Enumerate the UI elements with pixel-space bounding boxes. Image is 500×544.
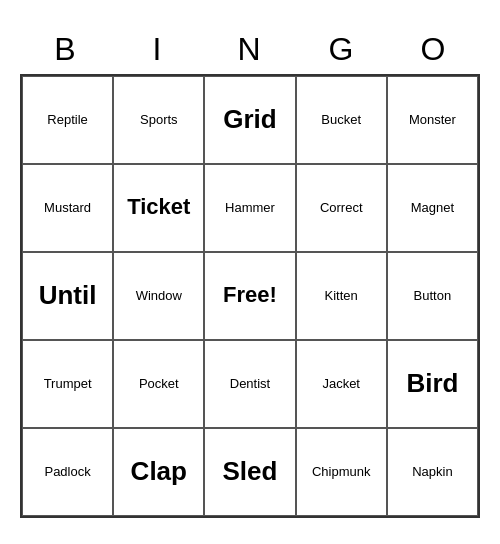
cell-r1-c2: Hammer xyxy=(204,164,295,252)
cell-r3-c3: Jacket xyxy=(296,340,387,428)
bingo-card: BINGO ReptileSportsGridBucketMonsterMust… xyxy=(10,17,490,528)
header-letter-O: O xyxy=(388,27,480,72)
header-letter-N: N xyxy=(204,27,296,72)
cell-r1-c4: Magnet xyxy=(387,164,478,252)
cell-r3-c0: Trumpet xyxy=(22,340,113,428)
cell-r4-c2: Sled xyxy=(204,428,295,516)
cell-r4-c1: Clap xyxy=(113,428,204,516)
header-letter-B: B xyxy=(20,27,112,72)
cell-r0-c0: Reptile xyxy=(22,76,113,164)
cell-r2-c1: Window xyxy=(113,252,204,340)
cell-r2-c4: Button xyxy=(387,252,478,340)
cell-r0-c1: Sports xyxy=(113,76,204,164)
bingo-grid: ReptileSportsGridBucketMonsterMustardTic… xyxy=(20,74,480,518)
cell-r4-c3: Chipmunk xyxy=(296,428,387,516)
cell-r4-c0: Padlock xyxy=(22,428,113,516)
cell-r1-c3: Correct xyxy=(296,164,387,252)
header-letter-G: G xyxy=(296,27,388,72)
cell-r4-c4: Napkin xyxy=(387,428,478,516)
cell-r1-c1: Ticket xyxy=(113,164,204,252)
cell-r2-c2: Free! xyxy=(204,252,295,340)
cell-r2-c0: Until xyxy=(22,252,113,340)
bingo-header: BINGO xyxy=(20,27,480,72)
cell-r3-c1: Pocket xyxy=(113,340,204,428)
cell-r0-c2: Grid xyxy=(204,76,295,164)
cell-r3-c2: Dentist xyxy=(204,340,295,428)
cell-r3-c4: Bird xyxy=(387,340,478,428)
cell-r1-c0: Mustard xyxy=(22,164,113,252)
cell-r2-c3: Kitten xyxy=(296,252,387,340)
cell-r0-c4: Monster xyxy=(387,76,478,164)
header-letter-I: I xyxy=(112,27,204,72)
cell-r0-c3: Bucket xyxy=(296,76,387,164)
